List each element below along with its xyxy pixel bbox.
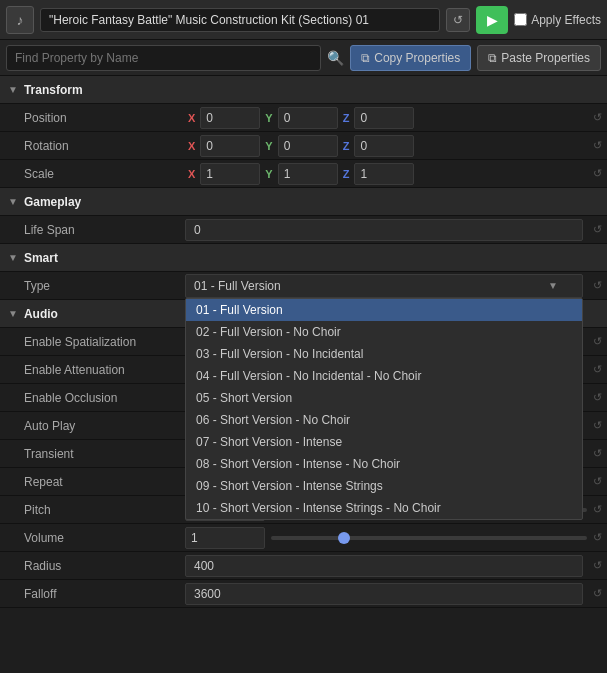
pitch-label: Pitch <box>0 499 185 521</box>
radius-input[interactable] <box>185 555 583 577</box>
scale-x-input[interactable] <box>200 163 260 185</box>
lifespan-input[interactable] <box>185 219 583 241</box>
rotation-z-label: Z <box>340 140 353 152</box>
transform-label: Transform <box>24 83 83 97</box>
transform-section-header[interactable]: ▼ Transform <box>0 76 607 104</box>
dropdown-item-1[interactable]: 02 - Full Version - No Choir <box>186 321 582 343</box>
scale-y-label: Y <box>262 168 275 180</box>
volume-label: Volume <box>0 527 185 549</box>
volume-input[interactable] <box>185 527 265 549</box>
lifespan-reset[interactable]: ↺ <box>587 223 607 236</box>
dropdown-item-7[interactable]: 08 - Short Version - Intense - No Choir <box>186 453 582 475</box>
position-x-input[interactable] <box>200 107 260 129</box>
dropdown-item-5[interactable]: 06 - Short Version - No Choir <box>186 409 582 431</box>
music-icon: ♪ <box>17 12 24 28</box>
gameplay-label: Gameplay <box>24 195 81 209</box>
scale-value: X Y Z <box>185 163 587 185</box>
play-icon: ▶ <box>487 12 498 28</box>
type-label: Type <box>0 275 185 297</box>
scale-reset[interactable]: ↺ <box>587 167 607 180</box>
position-z-label: Z <box>340 112 353 124</box>
rotation-reset-icon: ↺ <box>593 139 602 152</box>
transient-reset[interactable]: ↺ <box>587 447 607 460</box>
track-name-input[interactable] <box>40 8 440 32</box>
gameplay-section-header[interactable]: ▼ Gameplay <box>0 188 607 216</box>
rotation-y-input[interactable] <box>278 135 338 157</box>
falloff-reset[interactable]: ↺ <box>587 587 607 600</box>
scale-reset-icon: ↺ <box>593 167 602 180</box>
type-value: 01 - Full Version ▼ 01 - Full Version 02… <box>185 274 587 298</box>
rotation-y-label: Y <box>262 140 275 152</box>
repeat-reset-icon: ↺ <box>593 475 602 488</box>
volume-reset[interactable]: ↺ <box>587 531 607 544</box>
radius-reset[interactable]: ↺ <box>587 559 607 572</box>
radius-value <box>185 555 587 577</box>
rotation-row: Rotation X Y Z ↺ <box>0 132 607 160</box>
gameplay-arrow: ▼ <box>8 196 18 207</box>
top-bar: ♪ ↺ ▶ Apply Effects <box>0 0 607 40</box>
dropdown-item-9[interactable]: 10 - Short Version - Intense Strings - N… <box>186 497 582 519</box>
paste-label: Paste Properties <box>501 51 590 65</box>
spatialization-reset[interactable]: ↺ <box>587 335 607 348</box>
volume-slider[interactable] <box>271 536 587 540</box>
volume-slider-row <box>185 527 587 549</box>
dropdown-item-8[interactable]: 09 - Short Version - Intense Strings <box>186 475 582 497</box>
autoplay-reset-icon: ↺ <box>593 419 602 432</box>
dropdown-item-0[interactable]: 01 - Full Version <box>186 299 582 321</box>
paste-properties-btn[interactable]: ⧉ Paste Properties <box>477 45 601 71</box>
attenuation-reset[interactable]: ↺ <box>587 363 607 376</box>
position-reset[interactable]: ↺ <box>587 111 607 124</box>
copy-icon: ⧉ <box>361 51 370 65</box>
play-btn[interactable]: ▶ <box>476 6 508 34</box>
search-icon: 🔍 <box>327 50 344 66</box>
radius-row: Radius ↺ <box>0 552 607 580</box>
scale-row: Scale X Y Z ↺ <box>0 160 607 188</box>
position-row: Position X Y Z ↺ <box>0 104 607 132</box>
scale-z-label: Z <box>340 168 353 180</box>
dropdown-item-6[interactable]: 07 - Short Version - Intense <box>186 431 582 453</box>
apply-effects-group: Apply Effects <box>514 13 601 27</box>
rotation-z-input[interactable] <box>354 135 414 157</box>
rotation-reset[interactable]: ↺ <box>587 139 607 152</box>
scale-z-input[interactable] <box>354 163 414 185</box>
type-dropdown-btn[interactable]: 01 - Full Version ▼ <box>185 274 583 298</box>
smart-section-header[interactable]: ▼ Smart <box>0 244 607 272</box>
smart-label: Smart <box>24 251 58 265</box>
rotation-x-label: X <box>185 140 198 152</box>
autoplay-label: Auto Play <box>0 415 185 437</box>
music-icon-btn[interactable]: ♪ <box>6 6 34 34</box>
apply-effects-label: Apply Effects <box>531 13 601 27</box>
type-selected-value: 01 - Full Version <box>194 279 281 293</box>
apply-effects-checkbox[interactable] <box>514 13 527 26</box>
falloff-value <box>185 583 587 605</box>
lifespan-value <box>185 219 587 241</box>
position-label: Position <box>0 107 185 129</box>
type-reset[interactable]: ↺ <box>587 279 607 292</box>
occlusion-reset[interactable]: ↺ <box>587 391 607 404</box>
dropdown-chevron-icon: ▼ <box>548 280 558 291</box>
falloff-input[interactable] <box>185 583 583 605</box>
search-input[interactable] <box>6 45 321 71</box>
rotation-label: Rotation <box>0 135 185 157</box>
autoplay-reset[interactable]: ↺ <box>587 419 607 432</box>
spatialization-label: Enable Spatialization <box>0 331 185 353</box>
repeat-reset[interactable]: ↺ <box>587 475 607 488</box>
audio-arrow: ▼ <box>8 308 18 319</box>
position-y-input[interactable] <box>278 107 338 129</box>
scale-x-label: X <box>185 168 198 180</box>
repeat-label: Repeat <box>0 471 185 493</box>
copy-properties-btn[interactable]: ⧉ Copy Properties <box>350 45 471 71</box>
dropdown-item-2[interactable]: 03 - Full Version - No Incidental <box>186 343 582 365</box>
rotation-xyz: X Y Z <box>185 135 587 157</box>
position-z-input[interactable] <box>354 107 414 129</box>
transient-reset-icon: ↺ <box>593 447 602 460</box>
rotation-x-input[interactable] <box>200 135 260 157</box>
scale-y-input[interactable] <box>278 163 338 185</box>
dropdown-item-4[interactable]: 05 - Short Version <box>186 387 582 409</box>
dropdown-item-3[interactable]: 04 - Full Version - No Incidental - No C… <box>186 365 582 387</box>
falloff-reset-icon: ↺ <box>593 587 602 600</box>
reset-btn[interactable]: ↺ <box>446 8 470 32</box>
paste-icon: ⧉ <box>488 51 497 65</box>
type-dropdown-list: 01 - Full Version 02 - Full Version - No… <box>185 298 583 520</box>
pitch-reset[interactable]: ↺ <box>587 503 607 516</box>
